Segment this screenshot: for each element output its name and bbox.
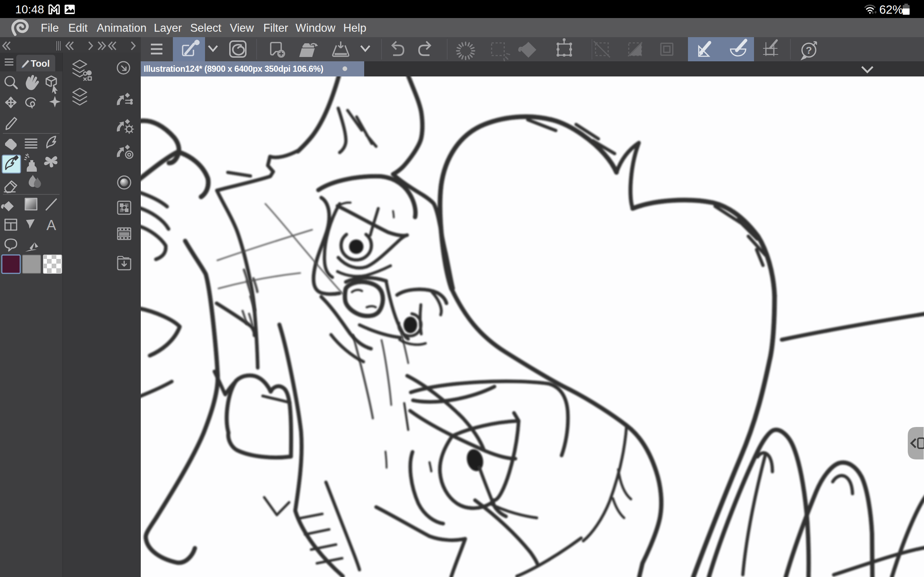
svg-text:?: ?: [806, 45, 812, 56]
svg-text:A: A: [47, 217, 56, 233]
